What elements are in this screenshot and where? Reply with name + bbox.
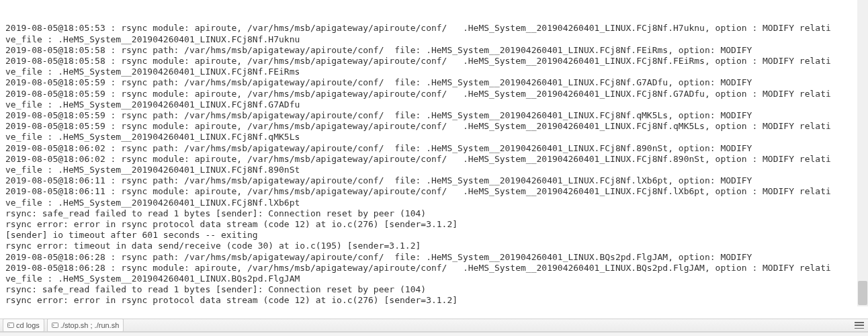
log-line: ve_file : .HeMS_System__201904260401_LIN…: [5, 99, 863, 110]
log-line: [sender] io timeout after 601 seconds --…: [5, 230, 863, 241]
log-line: 2019-08-05@18:05:59 : rsync path: /var/h…: [5, 77, 863, 88]
log-line: 2019-08-05@18:05:59 : rsync module: apir…: [5, 89, 863, 99]
log-line: ve_file : .HeMS_System__201904260401_LIN…: [5, 274, 863, 284]
log-line: ve_file : .HeMS_System__201904260401_LIN…: [5, 34, 863, 45]
scrollbar-thumb[interactable]: [858, 281, 867, 305]
log-line: ve_file : .HeMS_System__201904260401_LIN…: [5, 165, 863, 175]
bottom-strip: [0, 332, 868, 336]
log-line: 2019-08-05@18:06:28 : rsync module: apir…: [5, 263, 863, 274]
log-line: 2019-08-05@18:05:53 : rsync module: apir…: [5, 23, 863, 34]
log-line: ve_file : .HeMS_System__201904260401_LIN…: [5, 67, 863, 77]
bottom-command-bar: cd logs ./stop.sh ; ./run.sh: [0, 319, 868, 332]
log-line: 2019-08-05@18:05:58 : rsync module: apir…: [5, 56, 863, 67]
quick-command-label: ./stop.sh ; ./run.sh: [60, 320, 119, 331]
log-line: rsync error: timeout in data send/receiv…: [5, 241, 863, 251]
log-line: ve_file : .HeMS_System__201904260401_LIN…: [5, 198, 863, 208]
log-line: rsync error: error in rsync protocol dat…: [5, 219, 863, 230]
log-line: 2019-08-05@18:06:11 : rsync module: apir…: [5, 186, 863, 197]
log-line: 2019-08-05@18:05:58 : rsync path: /var/h…: [5, 45, 863, 56]
log-line: rsync: safe_read failed to read 1 bytes …: [5, 284, 863, 295]
log-line: 2019-08-05@18:05:59 : rsync path: /var/h…: [5, 110, 863, 121]
log-line: 2019-08-05@18:06:02 : rsync path: /var/h…: [5, 143, 863, 154]
terminal-icon: [52, 323, 58, 328]
log-line: 2019-08-05@18:06:02 : rsync module: apir…: [5, 154, 863, 165]
svg-rect-1: [52, 323, 58, 328]
log-line: 2019-08-05@18:06:11 : rsync path: /var/h…: [5, 175, 863, 186]
hamburger-icon[interactable]: [855, 322, 864, 329]
log-line: rsync error: error in rsync protocol dat…: [5, 295, 863, 306]
log-line: rsync: safe_read failed to read 1 bytes …: [5, 208, 863, 219]
log-line: 2019-08-05@18:06:28 : rsync path: /var/h…: [5, 252, 863, 263]
log-line: 2019-08-05@18:05:59 : rsync module: apir…: [5, 121, 863, 132]
svg-rect-0: [8, 323, 14, 328]
quick-command-stop-run[interactable]: ./stop.sh ; ./run.sh: [47, 319, 124, 332]
vertical-scrollbar[interactable]: [857, 0, 868, 306]
terminal-output[interactable]: 2019-08-05@18:05:53 : rsync module: apir…: [0, 0, 868, 306]
log-line: ve_file : .HeMS_System__201904260401_LIN…: [5, 132, 863, 142]
quick-command-label: cd logs: [16, 320, 40, 331]
quick-command-cd-logs[interactable]: cd logs: [3, 319, 44, 332]
terminal-icon: [7, 323, 14, 328]
